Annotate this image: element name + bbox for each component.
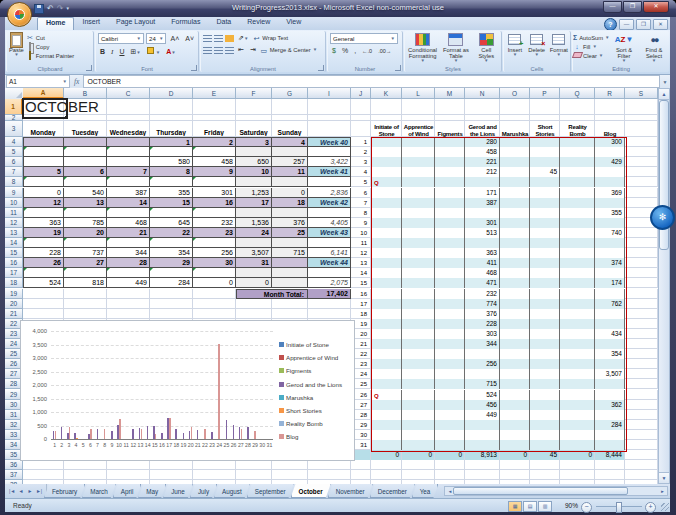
cell-P37[interactable] bbox=[530, 470, 560, 480]
align-top-icon[interactable] bbox=[203, 35, 212, 42]
cell-A8[interactable] bbox=[23, 177, 64, 187]
cell-R28[interactable] bbox=[595, 379, 625, 389]
cell-F16[interactable]: 31 bbox=[236, 258, 272, 268]
cell-F36[interactable] bbox=[236, 460, 272, 470]
number-dialog-launcher-icon[interactable] bbox=[395, 65, 401, 71]
bold-button[interactable]: B bbox=[98, 47, 107, 57]
cell-G7[interactable]: 11 bbox=[272, 167, 308, 177]
percent-format-icon[interactable]: % bbox=[340, 46, 350, 56]
cell-B10[interactable]: 13 bbox=[64, 198, 107, 208]
paste-button[interactable]: Paste▼ bbox=[7, 31, 26, 65]
cell-R18[interactable]: 174 bbox=[595, 278, 625, 288]
cell-K4[interactable] bbox=[371, 137, 402, 147]
cell-C19[interactable] bbox=[107, 289, 150, 299]
cell-I6[interactable]: 3,422 bbox=[308, 157, 351, 167]
cell-C1[interactable] bbox=[107, 99, 150, 115]
cell-K5[interactable] bbox=[371, 147, 402, 157]
cell-J4[interactable]: 1 bbox=[351, 137, 371, 147]
cell-O4[interactable] bbox=[500, 137, 530, 147]
cell-O7[interactable] bbox=[500, 167, 530, 177]
cell-I7[interactable]: Week 41 bbox=[308, 167, 351, 177]
cell-E19[interactable] bbox=[193, 289, 236, 299]
cell-K31[interactable] bbox=[371, 410, 402, 420]
cell-J9[interactable]: 6 bbox=[351, 188, 371, 198]
insert-cells-button[interactable]: + Insert▼ bbox=[504, 31, 526, 65]
cell-O13[interactable] bbox=[500, 228, 530, 238]
cell-S4[interactable] bbox=[625, 137, 658, 147]
cell-O15[interactable] bbox=[500, 248, 530, 258]
cell-S32[interactable] bbox=[625, 420, 658, 430]
cell-G11[interactable] bbox=[272, 208, 308, 218]
cell-Q35[interactable]: 0 bbox=[560, 450, 595, 460]
cell-L16[interactable] bbox=[402, 258, 435, 268]
ribbon-tab-view[interactable]: View bbox=[278, 17, 309, 30]
cell-N18[interactable]: 471 bbox=[465, 278, 500, 288]
cell-I36[interactable] bbox=[308, 460, 351, 470]
cell-R9[interactable]: 369 bbox=[595, 188, 625, 198]
cell-R37[interactable] bbox=[595, 470, 625, 480]
cell-P23[interactable] bbox=[530, 329, 560, 339]
cell-C14[interactable] bbox=[107, 238, 150, 248]
column-header-L[interactable]: L bbox=[402, 88, 435, 99]
cell-O26[interactable] bbox=[500, 359, 530, 369]
cell-G13[interactable]: 25 bbox=[272, 228, 308, 238]
cell-K12[interactable] bbox=[371, 218, 402, 228]
cell-Q9[interactable] bbox=[560, 188, 595, 198]
cell-L34[interactable] bbox=[402, 440, 435, 450]
cell-C17[interactable] bbox=[107, 268, 150, 278]
cell-O14[interactable] bbox=[500, 238, 530, 248]
cell-G12[interactable]: 376 bbox=[272, 218, 308, 228]
cell-R22[interactable] bbox=[595, 319, 625, 329]
cell-K13[interactable] bbox=[371, 228, 402, 238]
cell-L32[interactable] bbox=[402, 420, 435, 430]
cell-K9[interactable] bbox=[371, 188, 402, 198]
cell-S7[interactable] bbox=[625, 167, 658, 177]
cell-M14[interactable] bbox=[435, 238, 465, 248]
font-name-select[interactable]: Calibri▼ bbox=[98, 33, 144, 44]
clipboard-dialog-launcher-icon[interactable] bbox=[86, 65, 92, 71]
cell-P32[interactable] bbox=[530, 420, 560, 430]
cell-G18[interactable] bbox=[272, 278, 308, 288]
clear-button[interactable]: Clear▼ bbox=[573, 51, 609, 60]
cell-K7[interactable] bbox=[371, 167, 402, 177]
ribbon-tab-review[interactable]: Review bbox=[239, 17, 278, 30]
cell-K18[interactable] bbox=[371, 278, 402, 288]
cell-L6[interactable] bbox=[402, 157, 435, 167]
cell-K20[interactable] bbox=[371, 299, 402, 309]
cell-L14[interactable] bbox=[402, 238, 435, 248]
cell-I17[interactable] bbox=[308, 268, 351, 278]
cell-L10[interactable] bbox=[402, 198, 435, 208]
increase-decimal-icon[interactable]: ←.0 bbox=[360, 46, 374, 56]
cell-L13[interactable] bbox=[402, 228, 435, 238]
sheet-tab-july[interactable]: July bbox=[190, 484, 217, 498]
cell-R20[interactable]: 762 bbox=[595, 299, 625, 309]
cell-B8[interactable] bbox=[64, 177, 107, 187]
cell-M5[interactable] bbox=[435, 147, 465, 157]
close-button[interactable]: ✕ bbox=[643, 1, 669, 13]
row-header-14[interactable]: 14 bbox=[5, 238, 23, 248]
cell-E37[interactable] bbox=[193, 470, 236, 480]
cell-B36[interactable] bbox=[64, 460, 107, 470]
cell-N15[interactable]: 363 bbox=[465, 248, 500, 258]
cell-O33[interactable] bbox=[500, 430, 530, 440]
row-header-36[interactable]: 36 bbox=[5, 460, 23, 470]
grow-font-icon[interactable]: A˄ bbox=[168, 34, 181, 44]
cell-O24[interactable] bbox=[500, 339, 530, 349]
cell-D18[interactable]: 284 bbox=[150, 278, 193, 288]
cell-O22[interactable] bbox=[500, 319, 530, 329]
cell-F11[interactable] bbox=[236, 208, 272, 218]
cell-B18[interactable]: 818 bbox=[64, 278, 107, 288]
cell-D37[interactable] bbox=[150, 470, 193, 480]
cell-C4[interactable] bbox=[107, 137, 150, 147]
zoom-slider-thumb[interactable] bbox=[616, 502, 622, 513]
cell-D3[interactable]: Thursday bbox=[150, 121, 193, 137]
wrap-text-button[interactable]: ↩Wrap Text bbox=[252, 34, 288, 43]
cell-O5[interactable] bbox=[500, 147, 530, 157]
cell-G4[interactable]: 4 bbox=[272, 137, 308, 147]
cell-P1[interactable] bbox=[530, 99, 560, 115]
row-header-3[interactable]: 3 bbox=[5, 121, 23, 137]
cell-P19[interactable] bbox=[530, 289, 560, 299]
cell-Q24[interactable] bbox=[560, 339, 595, 349]
cell-E10[interactable]: 16 bbox=[193, 198, 236, 208]
cell-L17[interactable] bbox=[402, 268, 435, 278]
